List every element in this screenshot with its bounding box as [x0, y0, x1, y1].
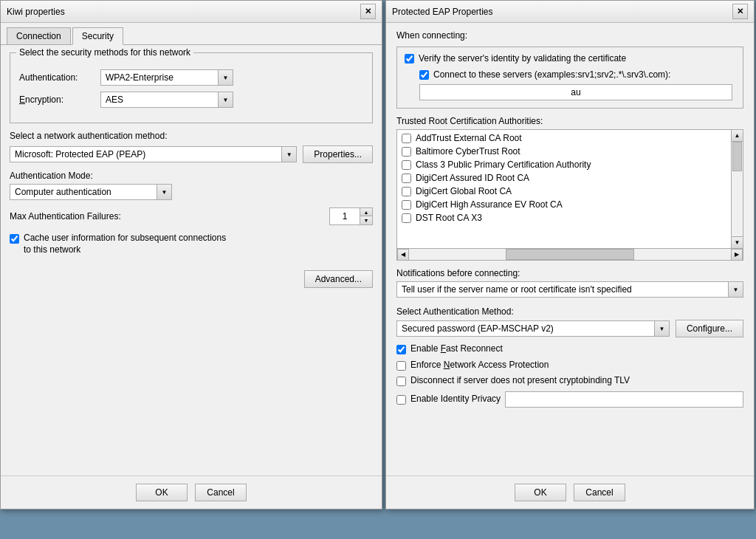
ca-label-4: DigiCert Global Root CA: [416, 186, 512, 196]
ca-label-1: Baltimore CyberTrust Root: [416, 146, 520, 157]
max-failures-label: Max Authentication Failures:: [10, 211, 329, 222]
auth-mode-combo[interactable]: Computer authentication ▼: [10, 184, 172, 200]
hscroll-right-button[interactable]: ▶: [731, 249, 743, 261]
left-ok-button[interactable]: OK: [136, 484, 188, 501]
network-auth-arrow[interactable]: ▼: [281, 147, 296, 162]
properties-button[interactable]: Properties...: [303, 145, 373, 163]
notifications-combo[interactable]: Tell user if the server name or root cer…: [396, 281, 743, 298]
disconnect-row: Disconnect if server does not present cr…: [396, 375, 743, 387]
ca-checkbox-6[interactable]: [402, 213, 411, 223]
left-cancel-button[interactable]: Cancel: [195, 484, 247, 501]
auth-combo-arrow[interactable]: ▼: [218, 70, 233, 85]
right-ok-button[interactable]: OK: [515, 484, 566, 501]
list-item: Baltimore CyberTrust Root: [399, 145, 729, 158]
verify-checkbox-row: Verify the server's identity by validati…: [405, 53, 735, 63]
auth-method-combo[interactable]: Secured password (EAP-MSCHAP v2) ▼: [396, 320, 670, 337]
cache-checkbox[interactable]: [10, 234, 19, 244]
notifications-value: Tell user if the server name or root cer…: [397, 284, 728, 295]
disconnect-label: Disconnect if server does not present cr…: [410, 375, 630, 387]
list-item: DigiCert Global Root CA: [399, 185, 729, 198]
ca-checkbox-5[interactable]: [402, 200, 411, 210]
enforce-network-label: Enforce Network Access Protection: [410, 360, 549, 371]
verify-checkbox[interactable]: [405, 54, 414, 63]
servers-input[interactable]: au: [419, 84, 732, 100]
security-methods-legend: Select the security methods for this net…: [16, 47, 193, 58]
max-failures-spinbox[interactable]: 1 ▲ ▼: [329, 207, 373, 225]
ca-checkbox-4[interactable]: [402, 187, 411, 196]
right-dialog-titlebar: Protected EAP Properties ✕: [386, 1, 754, 23]
spinbox-up-button[interactable]: ▲: [360, 208, 372, 216]
left-tab-bar: Connection Security: [1, 23, 382, 45]
cache-checkbox-row: Cache user information for subsequent co…: [10, 233, 373, 255]
connect-servers-row: Connect to these servers (examples:srv1;…: [405, 69, 735, 80]
left-dialog-titlebar: Kiwi properties ✕: [1, 1, 382, 23]
network-auth-combo[interactable]: Microsoft: Protected EAP (PEAP) ▼: [10, 146, 297, 162]
security-methods-fieldset: Select the security methods for this net…: [10, 52, 373, 123]
configure-button[interactable]: Configure...: [676, 320, 743, 337]
left-dialog-content: Select the security methods for this net…: [1, 45, 382, 476]
eap-content: When connecting: Verify the server's ide…: [386, 23, 754, 476]
scrollbar-thumb[interactable]: [732, 142, 742, 171]
enc-combo-arrow[interactable]: ▼: [218, 92, 233, 107]
auth-mode-arrow[interactable]: ▼: [157, 185, 171, 199]
notifications-arrow[interactable]: ▼: [728, 282, 743, 297]
enc-row: Encryption: AES ▼: [19, 92, 363, 108]
list-item: DigiCert High Assurance EV Root CA: [399, 198, 729, 211]
auth-method-arrow[interactable]: ▼: [654, 321, 669, 336]
ca-checkbox-1[interactable]: [402, 147, 411, 157]
auth-combo[interactable]: WPA2-Enterprise ▼: [100, 69, 233, 86]
eap-properties-dialog: Protected EAP Properties ✕ When connecti…: [385, 0, 755, 509]
verify-label: Verify the server's identity by validati…: [419, 53, 626, 63]
left-close-button[interactable]: ✕: [360, 4, 376, 19]
right-cancel-button[interactable]: Cancel: [574, 484, 625, 501]
auth-mode-label: Authentication Mode:: [10, 171, 373, 181]
verify-group: Verify the server's identity by validati…: [396, 47, 743, 109]
ca-label-3: DigiCert Assured ID Root CA: [416, 173, 529, 183]
ca-label-0: AddTrust External CA Root: [416, 133, 522, 143]
enc-combo[interactable]: AES ▼: [100, 92, 233, 108]
auth-method-value: Secured password (EAP-MSCHAP v2): [397, 323, 654, 334]
tab-connection[interactable]: Connection: [7, 27, 71, 44]
ca-checkbox-3[interactable]: [402, 174, 411, 183]
cache-label: Cache user information for subsequent co…: [24, 233, 226, 255]
advanced-button[interactable]: Advanced...: [304, 270, 373, 288]
auth-method-row: Secured password (EAP-MSCHAP v2) ▼ Confi…: [396, 320, 743, 337]
right-close-button[interactable]: ✕: [732, 4, 748, 19]
hscroll-thumb[interactable]: [506, 249, 634, 260]
when-connecting-label: When connecting:: [396, 30, 743, 41]
ca-horizontal-scrollbar: ◀ ▶: [397, 248, 743, 260]
ca-scrollbar: ▲ ▼: [731, 130, 743, 248]
enforce-network-row: Enforce Network Access Protection: [396, 360, 743, 371]
network-auth-method-row: Microsoft: Protected EAP (PEAP) ▼ Proper…: [10, 145, 373, 163]
scrollbar-down-button[interactable]: ▼: [732, 236, 743, 248]
enable-identity-checkbox[interactable]: [396, 395, 406, 405]
ca-checkbox-2[interactable]: [402, 160, 411, 170]
scrollbar-up-button[interactable]: ▲: [732, 130, 743, 142]
spinbox-down-button[interactable]: ▼: [360, 216, 372, 224]
disconnect-checkbox[interactable]: [396, 377, 406, 386]
connect-servers-checkbox[interactable]: [419, 70, 429, 80]
ca-checkbox-0[interactable]: [402, 134, 411, 143]
right-dialog-footer: OK Cancel: [386, 476, 754, 509]
tab-security[interactable]: Security: [72, 27, 123, 45]
ca-label-6: DST Root CA X3: [416, 213, 482, 223]
hscroll-left-button[interactable]: ◀: [397, 249, 409, 261]
enc-combo-value: AES: [101, 95, 218, 105]
spinbox-arrows: ▲ ▼: [360, 208, 372, 224]
identity-input[interactable]: [505, 391, 743, 408]
auth-mode-value: Computer authentication: [10, 187, 157, 197]
enable-fast-checkbox[interactable]: [396, 345, 406, 354]
enforce-network-checkbox[interactable]: [396, 361, 406, 371]
select-auth-label: Select Authentication Method:: [396, 306, 743, 317]
auth-combo-value: WPA2-Enterprise: [101, 72, 218, 83]
trusted-ca-label: Trusted Root Certification Authorities:: [396, 116, 743, 126]
scrollbar-track: [732, 171, 743, 236]
auth-label: Authentication:: [19, 72, 100, 83]
hscroll-track: [409, 249, 731, 260]
network-auth-value: Microsoft: Protected EAP (PEAP): [10, 149, 281, 159]
enable-fast-row: Enable Fast Reconnect: [396, 343, 743, 355]
auth-row: Authentication: WPA2-Enterprise ▼: [19, 69, 363, 86]
max-failures-input[interactable]: 1: [330, 208, 360, 224]
identity-row: Enable Identity Privacy: [396, 391, 743, 408]
enc-label: Encryption:: [19, 95, 100, 105]
